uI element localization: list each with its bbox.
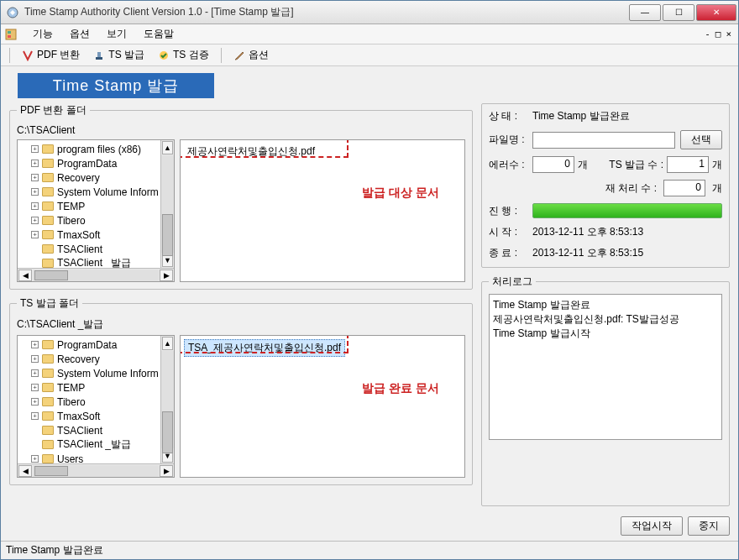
mdi-restore-icon[interactable]: □: [715, 29, 721, 39]
maximize-button[interactable]: ☐: [663, 4, 694, 21]
scroll-left-icon[interactable]: ◀: [18, 465, 32, 477]
expand-icon[interactable]: +: [31, 369, 39, 377]
toolbar-ts-verify[interactable]: TS 검증: [153, 46, 214, 64]
tree-row[interactable]: +Tibero: [18, 395, 174, 409]
expand-icon[interactable]: +: [31, 188, 39, 196]
pdf-folder-legend: PDF 변환 폴더: [17, 103, 90, 118]
tree-item-label: program files (x86): [57, 144, 141, 155]
pdf-folder-path: C:\TSAClient: [17, 124, 465, 136]
mdi-close-icon[interactable]: ×: [726, 29, 731, 39]
statusbar-text: Time Stamp 발급완료: [6, 543, 103, 557]
error-count: 0: [532, 156, 574, 173]
state-label: 상 태 :: [489, 109, 532, 123]
form-icon: [4, 28, 18, 41]
folder-icon: [42, 411, 54, 421]
log-box[interactable]: Time Stamp 발급완료 제공사연락처및출입신청.pdf: TS발급성공 …: [489, 294, 722, 440]
scroll-left-icon[interactable]: ◀: [18, 270, 32, 281]
tree-item-label: TSAClient _발급: [57, 437, 131, 452]
tree-row[interactable]: TSAClient: [18, 242, 174, 256]
menu-도움말[interactable]: 도움말: [135, 27, 182, 41]
ts-tree-pane[interactable]: +ProgramData+Recovery+System Volume Info…: [17, 335, 175, 478]
tree-item-label: System Volume Inform: [57, 186, 159, 198]
scroll-up-icon[interactable]: ▲: [162, 141, 173, 154]
expand-icon[interactable]: +: [31, 455, 39, 463]
toolbar-pdf-convert[interactable]: PDF 변환: [17, 46, 85, 64]
folder-icon: [42, 426, 54, 435]
folder-icon: [42, 187, 54, 196]
scroll-thumb[interactable]: [162, 411, 173, 453]
stop-button[interactable]: 중지: [688, 516, 730, 536]
horizontal-scrollbar[interactable]: ◀ ▶: [18, 463, 174, 477]
menu-옵션[interactable]: 옵션: [61, 27, 98, 41]
ts-file-pane[interactable]: TSA_제공사연락처및출입신청.pdf 발급 완료 문서: [180, 335, 465, 478]
vertical-scrollbar[interactable]: ▲ ▼: [160, 140, 174, 268]
vertical-scrollbar[interactable]: ▲ ▼: [160, 336, 174, 463]
pdf-folder-group: PDF 변환 폴더 C:\TSAClient +program files (x…: [9, 103, 473, 290]
tree-item-label: TmaxSoft: [57, 411, 100, 422]
expand-icon[interactable]: +: [31, 355, 39, 363]
scroll-up-icon[interactable]: ▲: [162, 337, 173, 350]
close-button[interactable]: ✕: [696, 4, 736, 21]
tree-row[interactable]: +TmaxSoft: [18, 409, 174, 423]
tree-row[interactable]: TSAClient _발급: [18, 437, 174, 452]
toolbar-ts-issue[interactable]: TS 발급: [88, 46, 149, 64]
tree-item-label: Recovery: [57, 353, 100, 365]
pdf-tree-pane[interactable]: +program files (x86)+ProgramData+Recover…: [17, 139, 175, 282]
ts-file-item[interactable]: TSA_제공사연락처및출입신청.pdf: [184, 339, 345, 357]
tree-row[interactable]: +TmaxSoft: [18, 228, 174, 242]
scroll-right-icon[interactable]: ▶: [160, 465, 173, 477]
tree-row[interactable]: +System Volume Inform: [18, 366, 174, 380]
pdf-file-pane[interactable]: 제공사연락처및출입신청.pdf 발급 대상 문서: [180, 139, 465, 282]
tree-item-label: System Volume Inform: [57, 368, 159, 379]
tree-row[interactable]: +TEMP: [18, 199, 174, 213]
scroll-thumb[interactable]: [162, 214, 173, 256]
expand-icon[interactable]: +: [31, 202, 39, 210]
svg-rect-1: [6, 29, 16, 39]
log-group: 처리로그 Time Stamp 발급완료 제공사연락처및출입신청.pdf: TS…: [481, 275, 730, 506]
minimize-button[interactable]: —: [629, 4, 661, 21]
expand-icon[interactable]: +: [31, 398, 39, 406]
tree-row[interactable]: +System Volume Inform: [18, 185, 174, 199]
expand-icon[interactable]: +: [31, 384, 39, 391]
filename-input[interactable]: [532, 132, 675, 149]
toolbar: PDF 변환 TS 발급 TS 검증 옵션: [1, 44, 738, 66]
svg-rect-3: [8, 35, 11, 38]
tree-row[interactable]: +Tibero: [18, 213, 174, 228]
start-button[interactable]: 작업시작: [621, 516, 683, 536]
expand-icon[interactable]: +: [31, 412, 39, 420]
tree-row[interactable]: +Recovery: [18, 170, 174, 185]
horizontal-scrollbar[interactable]: ◀ ▶: [18, 268, 174, 281]
scroll-thumb[interactable]: [34, 466, 68, 476]
pdf-file-item[interactable]: 제공사연락처및출입신청.pdf: [184, 144, 318, 160]
expand-icon[interactable]: +: [31, 145, 39, 153]
expand-icon[interactable]: +: [31, 341, 39, 348]
tree-row[interactable]: +ProgramData: [18, 338, 174, 352]
menu-기능[interactable]: 기능: [24, 27, 61, 41]
separator: [9, 48, 10, 63]
tree-row[interactable]: TSAClient: [18, 423, 174, 437]
tree-row[interactable]: TSAClient _발급: [18, 256, 174, 268]
mdi-minimize-icon[interactable]: -: [705, 29, 710, 39]
folder-icon: [42, 230, 54, 239]
tree-row[interactable]: +TEMP: [18, 380, 174, 395]
expand-icon[interactable]: +: [31, 217, 39, 224]
tree-row[interactable]: +Recovery: [18, 352, 174, 366]
toolbar-options[interactable]: 옵션: [228, 46, 274, 64]
app-window: Time Stamp Authority Client Version 1.0 …: [0, 0, 739, 560]
expand-icon[interactable]: +: [31, 160, 39, 167]
tree-row[interactable]: +program files (x86): [18, 142, 174, 156]
window-title: Time Stamp Authority Client Version 1.0 …: [24, 5, 629, 19]
select-file-button[interactable]: 선택: [680, 130, 722, 149]
folder-icon: [42, 259, 54, 268]
folder-icon: [42, 397, 54, 406]
tree-row[interactable]: +Users: [18, 452, 174, 463]
expand-icon[interactable]: +: [31, 231, 39, 238]
scroll-right-icon[interactable]: ▶: [160, 270, 173, 281]
tree-item-label: Recovery: [57, 172, 100, 184]
expand-icon[interactable]: +: [31, 174, 39, 181]
tree-row[interactable]: +ProgramData: [18, 156, 174, 170]
menu-보기[interactable]: 보기: [98, 27, 135, 41]
tree-item-label: TmaxSoft: [57, 229, 100, 241]
scroll-thumb[interactable]: [34, 270, 68, 280]
progress-label: 진 행 :: [489, 204, 532, 218]
